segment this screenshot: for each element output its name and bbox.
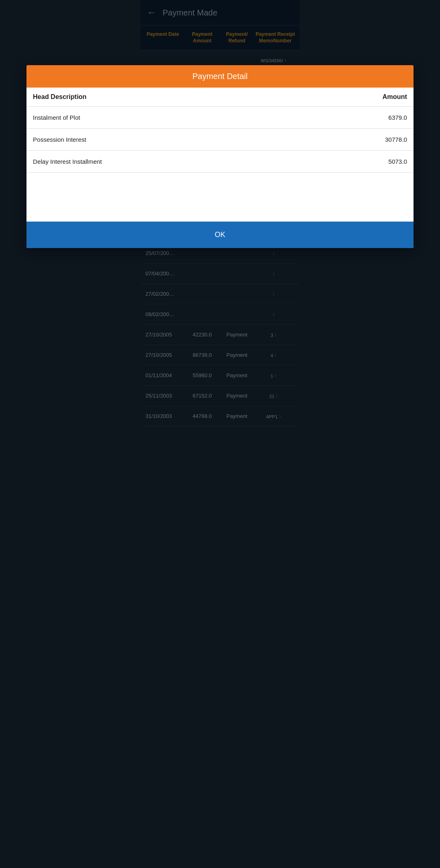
modal-row-0-value: 6379.0 [220,114,299,121]
modal-title: Payment Detail [192,72,248,81]
modal-col-description: Head Description [141,93,220,101]
modal-spacer [141,173,299,222]
modal-row-2-label: Delay Interest Installment [141,158,220,165]
modal-row-1-value: 30778.0 [220,136,299,143]
modal-header: Payment Detail [141,65,299,88]
payment-detail-modal: Payment Detail Head Description Amount I… [141,65,299,248]
modal-body: Head Description Amount Instalment of Pl… [141,88,299,248]
modal-row-2: Delay Interest Installment 5073.0 [141,151,299,173]
modal-row-1: Possession Interest 30778.0 [141,129,299,151]
modal-row-0-label: Instalment of Plot [141,114,220,121]
modal-row-2-value: 5073.0 [220,158,299,165]
modal-row-1-label: Possession Interest [141,136,220,143]
modal-col-headers: Head Description Amount [141,88,299,107]
modal-row-0: Instalment of Plot 6379.0 [141,107,299,129]
modal-col-amount: Amount [220,93,299,101]
modal-overlay: Payment Detail Head Description Amount I… [141,0,299,426]
modal-ok-button[interactable]: OK [141,222,299,248]
